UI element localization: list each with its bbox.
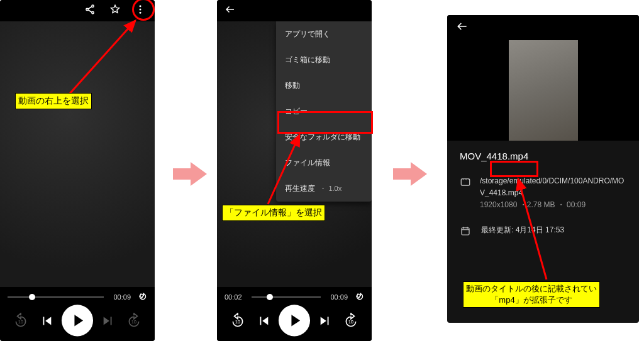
file-path-row: /storage/emulated/0/DCIM/100ANDRO/MOV_44…: [460, 175, 626, 212]
rotate-icon[interactable]: [136, 290, 147, 304]
svg-point-0: [92, 5, 94, 7]
video-thumbnail: [509, 40, 578, 141]
next-step-arrow-2: [393, 161, 428, 187]
next-step-arrow-1: [173, 161, 208, 187]
calendar-icon: [460, 225, 472, 239]
svg-rect-11: [357, 294, 360, 298]
annotation-text-3: 動画のタイトルの後に記載されてい 「mp4」が拡張子です: [463, 281, 600, 308]
back-icon-3[interactable]: [456, 20, 469, 35]
menu-copy[interactable]: コピー: [276, 99, 372, 124]
time-left: 00:02: [225, 293, 247, 301]
panel-2-context-menu: アプリで開く ゴミ箱に移動 移動 コピー 安全なフォルダに移動 ファイル情報 再…: [217, 0, 372, 341]
playback-buttons: 10 10: [8, 307, 147, 337]
share-icon[interactable]: [84, 4, 96, 18]
svg-point-2: [92, 12, 94, 14]
file-metadata: 1920x1080 ・2.78 MB ・ 00:09: [480, 199, 626, 211]
panel1-controls: 00:09 10 10: [0, 287, 155, 341]
svg-point-5: [140, 12, 142, 14]
panel2-top-bar: [217, 0, 372, 21]
svg-text:10: 10: [131, 319, 136, 325]
rewind-10-icon-2[interactable]: 10: [230, 313, 246, 332]
menu-move-trash[interactable]: ゴミ箱に移動: [276, 47, 372, 73]
panel-3-file-info: MOV_4418.mp4 /storage/emulated/0/DCIM/10…: [447, 15, 639, 323]
svg-text:10: 10: [348, 319, 353, 325]
svg-point-3: [140, 5, 142, 7]
annotation-text-1: 動画の右上を選択: [15, 93, 92, 109]
rewind-10-icon[interactable]: 10: [13, 313, 29, 332]
skip-next-icon[interactable]: [101, 314, 115, 330]
file-updated-row: 最終更新: 4月14日 17:53: [460, 224, 626, 239]
rotate-icon-2[interactable]: [353, 290, 364, 304]
time-right: 00:09: [326, 293, 348, 301]
file-updated-label: 最終更新:: [481, 225, 513, 234]
forward-10-icon[interactable]: 10: [126, 313, 142, 332]
menu-open-with[interactable]: アプリで開く: [276, 21, 372, 47]
svg-text:10: 10: [18, 319, 23, 325]
file-updated-value: 4月14日 17:53: [516, 225, 564, 234]
play-button-2[interactable]: [277, 303, 312, 341]
star-icon[interactable]: [109, 4, 121, 18]
skip-prev-icon-2[interactable]: [257, 314, 270, 330]
svg-text:10: 10: [235, 319, 240, 325]
menu-playback-speed[interactable]: 再生速度 ・ 1.0x: [276, 176, 372, 202]
context-menu: アプリで開く ゴミ箱に移動 移動 コピー 安全なフォルダに移動 ファイル情報 再…: [276, 21, 372, 202]
svg-point-4: [140, 9, 142, 11]
annotation-text-2: 「ファイル情報」を選択: [222, 205, 325, 221]
panel3-top-bar: [447, 15, 639, 40]
menu-move[interactable]: 移動: [276, 73, 372, 99]
svg-point-1: [86, 8, 88, 10]
film-icon: [460, 176, 471, 190]
menu-playback-speed-label: 再生速度: [285, 184, 315, 193]
file-path: /storage/emulated/0/DCIM/100ANDRO/MOV_44…: [480, 175, 626, 199]
menu-move-safe[interactable]: 安全なフォルダに移動: [276, 124, 372, 150]
skip-next-icon-2[interactable]: [318, 314, 332, 330]
panel1-top-bar: [0, 0, 155, 21]
panel1-video-area[interactable]: [0, 21, 155, 287]
skip-prev-icon[interactable]: [40, 314, 53, 330]
menu-playback-speed-value: ・ 1.0x: [319, 185, 341, 192]
back-icon[interactable]: [225, 4, 236, 18]
play-button[interactable]: [60, 303, 95, 341]
menu-file-info[interactable]: ファイル情報: [276, 150, 372, 176]
playback-buttons-2: 10 10: [225, 307, 364, 337]
file-name: MOV_4418.mp4: [460, 151, 626, 161]
panel3-thumbnail: [447, 40, 639, 141]
panel3-info: MOV_4418.mp4 /storage/emulated/0/DCIM/10…: [447, 141, 639, 262]
panel2-video-area[interactable]: アプリで開く ゴミ箱に移動 移動 コピー 安全なフォルダに移動 ファイル情報 再…: [217, 21, 372, 287]
svg-rect-16: [461, 179, 470, 186]
forward-10-icon-2[interactable]: 10: [343, 313, 359, 332]
panel-1-video-player: 00:09 10 10: [0, 0, 155, 341]
more-icon[interactable]: [135, 4, 146, 18]
svg-rect-6: [140, 294, 143, 298]
panel2-controls: 00:02 00:09 10 10: [217, 287, 372, 341]
svg-rect-17: [462, 227, 469, 234]
time-remaining: 00:09: [109, 293, 131, 301]
